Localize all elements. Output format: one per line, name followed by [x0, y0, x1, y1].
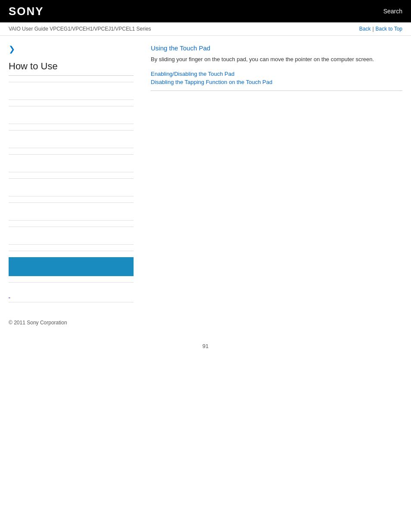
main-content: ❯ How to Use Usin — [0, 36, 411, 311]
list-item[interactable] — [9, 137, 134, 148]
sidebar-active-item[interactable] — [9, 257, 134, 276]
page-number: 91 — [0, 343, 411, 358]
back-to-top-link[interactable]: Back to Top — [376, 26, 402, 32]
content-links-section: Enabling/Disabling the Touch Pad Disabli… — [151, 71, 402, 91]
list-item[interactable] — [9, 209, 134, 221]
content-area: Using the Touch Pad By sliding your fing… — [142, 44, 402, 302]
content-main-title[interactable]: Using the Touch Pad — [151, 44, 402, 52]
sidebar-nav-link[interactable] — [9, 236, 134, 242]
sidebar-bottom-link[interactable] — [9, 289, 134, 302]
search-button[interactable]: Search — [383, 8, 402, 15]
copyright-text: © 2011 Sony Corporation — [9, 320, 67, 326]
breadcrumb-bar: VAIO User Guide VPCEG1/VPCEH1/VPCEJ1/VPC… — [0, 22, 411, 36]
content-main-description: By sliding your finger on the touch pad,… — [151, 55, 402, 64]
disabling-tapping-link[interactable]: Disabling the Tapping Function on the To… — [151, 79, 402, 85]
sidebar-divider-3 — [9, 130, 134, 131]
sidebar-divider-6 — [9, 202, 134, 203]
sidebar-nav-link[interactable] — [9, 163, 134, 169]
list-item[interactable] — [9, 233, 134, 245]
content-divider — [151, 90, 402, 91]
nav-separator: | — [372, 26, 374, 32]
sidebar: ❯ How to Use — [9, 44, 142, 302]
sidebar-divider-7 — [9, 227, 134, 227]
sidebar-nav-link[interactable] — [9, 91, 134, 97]
sidebar-arrow-icon: ❯ — [9, 44, 134, 54]
sidebar-divider-4 — [9, 154, 134, 155]
list-item[interactable] — [9, 161, 134, 172]
footer: © 2011 Sony Corporation — [0, 311, 411, 330]
sidebar-divider-2 — [9, 106, 134, 106]
sidebar-section-title: How to Use — [9, 61, 134, 76]
content-section-main: Using the Touch Pad By sliding your fing… — [151, 44, 402, 91]
list-item[interactable] — [9, 88, 134, 100]
sidebar-divider-1 — [9, 82, 134, 82]
enabling-disabling-link[interactable]: Enabling/Disabling the Touch Pad — [151, 71, 402, 77]
header: SONY Search — [0, 0, 411, 22]
list-item[interactable] — [9, 185, 134, 196]
breadcrumb-nav: Back | Back to Top — [359, 26, 402, 32]
sidebar-nav-link[interactable] — [9, 139, 134, 145]
guide-title: VAIO User Guide VPCEG1/VPCEH1/VPCEJ1/VPC… — [9, 26, 151, 32]
list-item[interactable] — [9, 112, 134, 124]
sidebar-nav-link[interactable] — [9, 212, 134, 218]
sidebar-bottom-nav-link[interactable] — [9, 292, 10, 299]
sidebar-nav-link[interactable] — [9, 115, 134, 121]
back-link[interactable]: Back — [359, 26, 371, 32]
sidebar-nav-link[interactable] — [9, 187, 134, 193]
sidebar-divider-5 — [9, 178, 134, 179]
sony-logo: SONY — [9, 5, 44, 18]
sidebar-links — [9, 82, 134, 251]
sidebar-divider-bottom — [9, 282, 134, 283]
sidebar-divider-8 — [9, 251, 134, 251]
